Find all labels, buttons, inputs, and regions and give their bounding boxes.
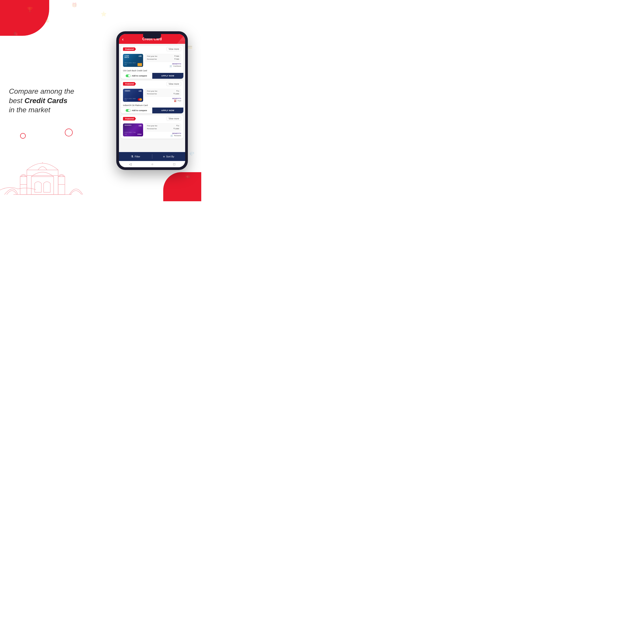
back-button[interactable]: ‹ <box>122 37 124 42</box>
sort-button[interactable]: ≡ Sort By <box>152 152 185 161</box>
fee-box-3: First year fee ₹ 0 Renewal fee ₹ 1000 <box>145 123 181 131</box>
phone-wrapper: ‹ Credit Card Featured View more <box>116 31 188 170</box>
benefit-icon-1: 🛒 <box>169 65 172 67</box>
svg-marker-10 <box>180 34 185 41</box>
benefit-item-1: 🛒 Cashback <box>145 65 181 67</box>
tagline-text: Compare among the best Credit Cards in t… <box>9 87 80 115</box>
apply-now-button-2[interactable]: APPLY NOW <box>152 108 184 113</box>
view-more-button-3[interactable]: View more <box>167 117 181 121</box>
toggle-1[interactable] <box>126 74 131 77</box>
benefits-section-1: BENEFITS 🛒 Cashback <box>145 63 181 67</box>
filter-button[interactable]: ⚗ Filter <box>119 152 152 161</box>
bg-icon-gift: 🎁 <box>72 2 77 8</box>
card-body-2: IndianOil citi 5514 3345 7899 07/21 <box>121 87 183 104</box>
bg-decoration-top-left <box>0 0 49 36</box>
featured-badge-3: Featured <box>123 117 136 121</box>
benefit-item-2: ⛽ Fuel <box>145 100 181 102</box>
fee-box-1: First year fee ₹ 500 Renewal fee ₹ 500 <box>145 54 181 62</box>
decorative-dot-1 <box>20 133 26 139</box>
card-body-3: REWARDS citi 4128 5566 7788 11/22 VISA <box>121 122 183 139</box>
section-header-1: Featured View more <box>121 46 183 53</box>
phone-frame: ‹ Credit Card Featured View more <box>116 31 188 170</box>
toggle-2[interactable] <box>126 109 131 112</box>
card-info-2: First year fee ₹ 0 Renewal fee ₹ 1000 BE… <box>145 89 181 102</box>
benefits-section-3: BENEFITS 🛒 Rewards <box>145 132 181 137</box>
benefit-item-3: 🛒 Rewards <box>145 134 181 137</box>
bg-decoration-bottom-right <box>163 172 201 201</box>
benefit-icon-2: ⛽ <box>174 100 177 102</box>
nav-recents-button[interactable]: □ <box>173 162 175 166</box>
nav-home-button[interactable]: ○ <box>151 162 153 166</box>
sort-icon: ≡ <box>163 155 165 158</box>
view-more-button-2[interactable]: View more <box>167 82 181 86</box>
section-header-3: Featured View more <box>121 115 183 122</box>
bg-icon-star: ⭐ <box>101 11 107 17</box>
card-section-1: Featured View more CASHBACK citi <box>121 46 183 79</box>
left-tagline: Compare among the best Credit Cards in t… <box>9 87 80 115</box>
add-compare-button-1[interactable]: Add to compare <box>121 73 152 79</box>
featured-badge-1: Featured <box>123 47 136 51</box>
card-info-1: First year fee ₹ 500 Renewal fee ₹ 500 B… <box>145 54 181 67</box>
credit-card-image-1: CASHBACK citi 5514 3345 7814 09/20 VISA <box>123 54 143 67</box>
card-body-1: CASHBACK citi 5514 3345 7814 09/20 VISA <box>121 53 183 69</box>
bg-icon-percent: 💎 <box>189 151 195 157</box>
phone-screen: ‹ Credit Card Featured View more <box>119 34 185 167</box>
nav-back-button[interactable]: ◁ <box>129 162 131 166</box>
svg-rect-4 <box>58 177 65 195</box>
svg-rect-0 <box>27 170 58 195</box>
card-section-3: Featured View more REWARDS citi 4 <box>121 115 183 139</box>
navigation-bar: ◁ ○ □ <box>119 161 185 167</box>
add-compare-button-2[interactable]: Add to compare <box>121 108 152 113</box>
benefit-icon-3: 🛒 <box>170 134 173 137</box>
app-content: Featured View more CASHBACK citi <box>119 44 185 152</box>
view-more-button-1[interactable]: View more <box>167 47 181 51</box>
card-actions-1: Add to compare APPLY NOW <box>121 73 183 79</box>
card-actions-2: Add to compare APPLY NOW <box>121 107 183 113</box>
card-info-3: First year fee ₹ 0 Renewal fee ₹ 1000 BE… <box>145 123 181 137</box>
phone-notch <box>143 34 161 38</box>
header-decoration <box>172 34 185 45</box>
credit-card-image-3: REWARDS citi 4128 5566 7788 11/22 VISA <box>123 123 143 136</box>
card-section-2: Featured View more IndianOil citi <box>121 80 183 114</box>
card-name-1: Citi Cash Back Credit Card <box>121 70 183 73</box>
section-header-2: Featured View more <box>121 80 183 87</box>
benefits-section-2: BENEFITS ⛽ Fuel <box>145 97 181 102</box>
apply-now-button-1[interactable]: APPLY NOW <box>152 73 184 79</box>
bg-icon-card: 💳 <box>187 45 192 50</box>
credit-card-image-2: IndianOil citi 5514 3345 7899 07/21 <box>123 89 143 102</box>
card-name-2: IndianOil Citi Platinum Card <box>121 104 183 107</box>
monument-decoration <box>0 152 85 197</box>
filter-icon: ⚗ <box>131 155 133 158</box>
decorative-dot-2 <box>65 129 73 136</box>
svg-rect-3 <box>20 177 27 195</box>
featured-badge-2: Featured <box>123 82 136 86</box>
bottom-bar: ⚗ Filter ≡ Sort By <box>119 152 185 161</box>
fee-box-2: First year fee ₹ 0 Renewal fee ₹ 1000 <box>145 89 181 97</box>
